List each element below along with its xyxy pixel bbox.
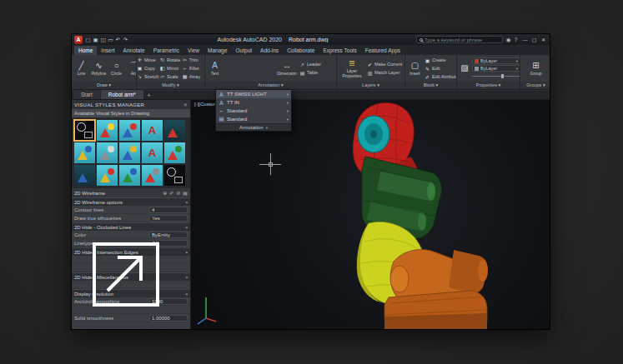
file-tab-robot-arm[interactable]: Robot arm*	[101, 90, 143, 99]
style-option-tt-in-1[interactable]: ATT IN▾	[216, 98, 291, 107]
object-color-dropdown[interactable]: ByLayer▾	[472, 57, 520, 64]
style-options-icon[interactable]: ▤	[183, 190, 188, 196]
print-icon[interactable]: ▭	[107, 34, 114, 45]
visual-style-thumb-custom-2[interactable]	[97, 165, 118, 186]
visual-style-thumb-conceptual[interactable]	[97, 120, 118, 141]
tool-circle[interactable]: ○Circle	[108, 61, 124, 77]
property-row[interactable]: ColorByEntity	[72, 231, 190, 239]
tool-scale[interactable]: ▱Scale	[159, 72, 182, 80]
tool-copy[interactable]: ▣Copy	[137, 64, 159, 72]
panel-footer-properties[interactable]: Properties ▾	[457, 82, 520, 89]
tool-trim[interactable]: ✂Trim	[182, 56, 204, 63]
drawing-viewport[interactable]: [-][Custom View][2D Wireframe]	[191, 100, 550, 329]
ribbon-tab-view[interactable]: View	[183, 46, 203, 55]
slider-knob[interactable]	[501, 74, 504, 78]
property-row[interactable]: Draw true silhouettesYes	[72, 214, 190, 222]
ribbon-tab-add-ins[interactable]: Add-ins	[256, 46, 283, 55]
tool-line[interactable]: ╱Line	[73, 61, 89, 77]
visual-style-thumb-custom-3[interactable]	[119, 165, 140, 186]
open-folder-icon[interactable]: ▣	[92, 34, 99, 45]
maximize-button[interactable]: ▢	[530, 37, 538, 42]
tool-arc[interactable]: ⌒Arc	[126, 61, 136, 77]
panel-footer-draw[interactable]: Draw ▾	[72, 82, 136, 89]
tool-edit[interactable]: ✎Edit	[425, 65, 456, 72]
tool-match-properties[interactable]: ▨	[459, 63, 470, 73]
property-value[interactable]: ByEntity	[149, 232, 188, 238]
save-icon[interactable]: ◫	[99, 34, 107, 45]
tool-stretch[interactable]: ↘Stretch	[137, 72, 159, 80]
style-option-standard-3[interactable]: ▤Standard▾	[216, 115, 291, 123]
panel-footer-modify[interactable]: Modify ▾	[137, 82, 204, 89]
new-file-icon[interactable]: ▢	[84, 34, 92, 45]
visual-style-thumb-realistic[interactable]: A	[142, 120, 163, 141]
visual-style-thumb-x-ray[interactable]	[164, 142, 185, 163]
section-header-2d-wireframe-options[interactable]: 2D Wireframe options▴	[72, 197, 190, 206]
visual-style-thumb-shades-of-gray[interactable]	[97, 142, 118, 163]
visual-style-thumb-custom-5[interactable]	[164, 165, 185, 186]
robot-arm-model[interactable]	[191, 100, 550, 329]
help-search-box[interactable]	[416, 36, 503, 43]
tool-create[interactable]: ▣Create	[425, 57, 456, 64]
property-value[interactable]: Yes	[149, 215, 188, 222]
tool-table[interactable]: ▤Table	[299, 69, 334, 77]
ribbon-tab-insert[interactable]: Insert	[97, 46, 118, 55]
file-tab-start[interactable]: Start	[73, 90, 100, 99]
apply-visual-style-icon[interactable]: ✐	[169, 190, 173, 196]
tool-text[interactable]: A Text	[207, 61, 223, 77]
search-input[interactable]	[425, 37, 500, 42]
object-lineweight-dropdown[interactable]: ByLayer▾	[472, 65, 520, 72]
section-header-2d-hide-occluded-lines[interactable]: 2D Hide - Occluded Lines▴	[72, 222, 190, 231]
flyout-footer[interactable]: Annotation ▾	[216, 123, 291, 131]
ribbon-tab-featured-apps[interactable]: Featured Apps	[361, 46, 404, 55]
create-visual-style-icon[interactable]: ⊕	[163, 190, 167, 196]
property-value[interactable]: 4	[149, 207, 188, 213]
ribbon-tab-parametric[interactable]: Parametric	[149, 46, 183, 55]
tool-move[interactable]: ✛Move	[137, 56, 159, 63]
account-icon[interactable]: ◉	[505, 37, 512, 43]
style-option-tt-swiss-light-0[interactable]: ATT SWISS LIGHT▾	[216, 90, 291, 98]
property-row[interactable]: Solid smoothness1.00000	[72, 314, 190, 322]
ribbon-tab-express-tools[interactable]: Express Tools	[319, 46, 360, 55]
tool-fillet[interactable]: ⌐Fillet	[182, 64, 204, 72]
visual-style-thumb-wireframe[interactable]: A	[142, 142, 163, 163]
ribbon-tab-annotate[interactable]: Annotate	[119, 46, 149, 55]
property-value[interactable]: 1.00000	[149, 315, 188, 322]
property-row[interactable]	[72, 306, 190, 314]
tool-edit-attributes[interactable]: ✐Edit Attributes	[425, 73, 456, 81]
panel-footer-groups[interactable]: Groups ▾	[520, 82, 550, 89]
visual-style-thumb-2d-wireframe[interactable]	[74, 120, 95, 141]
minimize-button[interactable]: —	[521, 37, 529, 42]
tool-dimension[interactable]: ↔ Dimension	[276, 61, 298, 77]
help-icon[interactable]: ?	[512, 37, 520, 43]
palette-title-bar[interactable]: VISUAL STYLES MANAGER ✕	[72, 100, 190, 109]
panel-footer-block[interactable]: Block ▾	[405, 82, 456, 89]
visual-style-thumb-sketchy[interactable]	[119, 142, 140, 163]
ribbon-tab-home[interactable]: Home	[74, 46, 97, 55]
ribbon-tab-output[interactable]: Output	[232, 46, 257, 55]
redo-icon[interactable]: ↷	[122, 34, 129, 45]
tool-match-layer[interactable]: ▥Match Layer	[367, 69, 402, 77]
visual-style-thumb-hidden[interactable]	[119, 120, 140, 141]
ribbon-tab-collaborate[interactable]: Collaborate	[283, 46, 319, 55]
export-visual-style-icon[interactable]: ⊘	[176, 190, 180, 196]
visual-style-thumb-shaded-with-edges[interactable]	[74, 142, 95, 163]
tool-group[interactable]: ⊞ Group	[526, 61, 546, 77]
tool-array[interactable]: ▦Array	[182, 72, 204, 80]
transparency-slider[interactable]	[472, 72, 520, 79]
ribbon-tab-manage[interactable]: Manage	[203, 46, 232, 55]
visual-style-thumb-shaded[interactable]	[164, 120, 185, 141]
palette-close-icon[interactable]: ✕	[183, 102, 188, 107]
close-button[interactable]: ✕	[540, 37, 547, 42]
visual-style-thumb-custom-4[interactable]	[142, 165, 163, 186]
tool-polyline[interactable]: ∿Polyline	[91, 61, 107, 77]
panel-footer-annotation[interactable]: Annotation ▾	[205, 82, 336, 89]
tool-insert[interactable]: ▢ Insert	[407, 61, 423, 77]
tool-leader[interactable]: ↗Leader	[299, 61, 334, 68]
style-option-standard-2[interactable]: ⌐Standard▾	[216, 107, 291, 115]
tool-mirror[interactable]: ◧Mirror	[159, 64, 182, 72]
property-row[interactable]: Contour lines4	[72, 206, 190, 214]
tool-layer-properties[interactable]: ≣ Layer Properties	[339, 58, 365, 78]
tool-rotate[interactable]: ↻Rotate	[159, 56, 182, 63]
undo-icon[interactable]: ↶	[114, 34, 122, 45]
visual-style-thumb-custom-1[interactable]	[74, 165, 95, 186]
